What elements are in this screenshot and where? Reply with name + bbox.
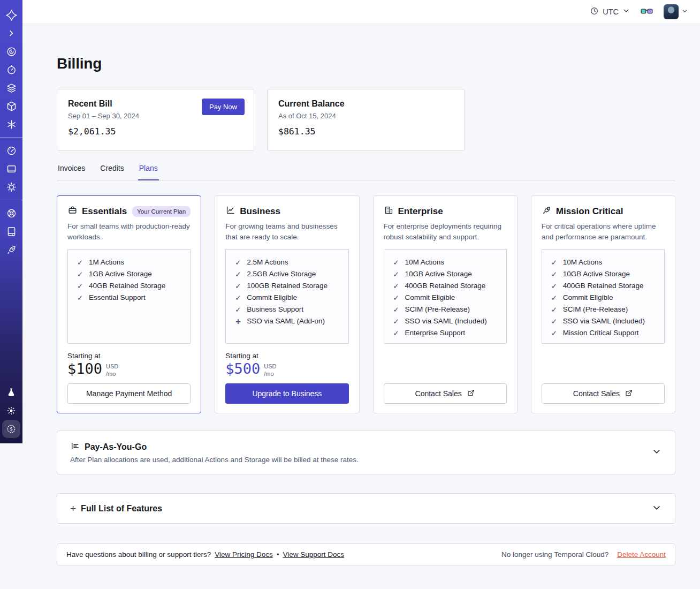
plus-icon: + xyxy=(235,315,242,327)
delete-account-link[interactable]: Delete Account xyxy=(617,550,666,558)
feature-label: Mission Critical Support xyxy=(563,327,639,339)
book-icon[interactable] xyxy=(2,222,20,240)
feature-item: ✓SCIM (Pre-Release) xyxy=(551,304,661,315)
feature-label: 10GB Active Storage xyxy=(405,268,472,280)
chevron-down-icon xyxy=(622,7,630,17)
spiral-icon[interactable] xyxy=(2,42,20,61)
feature-item: ✓10GB Active Storage xyxy=(393,268,503,280)
plan-feature-box: ✓2.5M Actions ✓2.5GB Active Storage ✓100… xyxy=(225,249,348,344)
check-icon: ✓ xyxy=(77,256,84,268)
check-icon: ✓ xyxy=(235,292,242,304)
view-support-docs-link[interactable]: View Support Docs xyxy=(283,550,344,558)
feature-label: 1GB Active Storage xyxy=(89,268,152,280)
feature-item: ✓SSO via SAML (Included) xyxy=(551,315,661,327)
check-icon: ✓ xyxy=(235,280,242,292)
feature-label: SSO via SAML (Add-on) xyxy=(247,315,325,327)
feature-label: Commit Eligible xyxy=(247,292,297,304)
footer-separator: • xyxy=(277,550,279,558)
glasses-icon xyxy=(641,7,653,17)
feature-label: Commit Eligible xyxy=(405,292,455,304)
billing-tabs: Invoices Credits Plans xyxy=(57,164,675,180)
plan-card-mission-critical: Mission Critical For critical operations… xyxy=(531,195,675,413)
lifebuoy-icon[interactable] xyxy=(2,204,20,222)
tab-plans[interactable]: Plans xyxy=(138,164,159,180)
feature-item: ✓400GB Retained Storage xyxy=(551,280,661,292)
feedback-glasses-button[interactable] xyxy=(641,7,653,17)
contact-sales-button[interactable]: Contact Sales xyxy=(542,383,665,404)
avatar xyxy=(664,4,679,19)
plan-name: Essentials xyxy=(82,206,127,217)
check-icon: ✓ xyxy=(551,304,558,315)
plan-name: Mission Critical xyxy=(556,206,623,217)
feature-item: ✓10GB Active Storage xyxy=(551,268,661,280)
sun-icon[interactable] xyxy=(2,402,20,420)
sidebar-divider xyxy=(0,200,22,200)
chevron-right-icon xyxy=(7,29,16,37)
feature-label: SCIM (Pre-Release) xyxy=(405,304,470,315)
price-currency: USD xyxy=(106,363,118,370)
contact-sales-label: Contact Sales xyxy=(573,389,620,398)
timer-icon[interactable] xyxy=(2,61,20,79)
feature-label: 10M Actions xyxy=(563,256,603,268)
gauge-icon[interactable] xyxy=(2,141,20,160)
sidebar-expand-button[interactable] xyxy=(2,24,20,42)
view-pricing-docs-link[interactable]: View Pricing Docs xyxy=(215,550,273,558)
current-balance-card: Current Balance As of Oct 15, 2024 $861.… xyxy=(267,89,465,151)
price-currency: USD xyxy=(264,363,276,370)
check-icon: ✓ xyxy=(551,327,558,339)
check-icon: ✓ xyxy=(551,280,558,292)
tab-credits[interactable]: Credits xyxy=(99,164,125,180)
temporal-star-logo-icon[interactable] xyxy=(2,6,20,24)
feature-item: ✓Commit Eligible xyxy=(393,292,503,304)
clock-icon xyxy=(590,6,599,18)
manage-payment-method-button[interactable]: Manage Payment Method xyxy=(67,383,191,404)
sidebar-item-billing[interactable]: $ xyxy=(2,420,20,438)
contact-sales-label: Contact Sales xyxy=(415,389,462,398)
billing-summary-row: Recent Bill Sep 01 – Sep 30, 2024 $2,061… xyxy=(57,89,675,151)
feature-item: ✓10M Actions xyxy=(393,256,503,268)
rocket-icon xyxy=(542,205,552,217)
sidebar-nav: $ xyxy=(0,0,22,443)
flask-icon[interactable] xyxy=(2,383,20,402)
current-plan-badge: Your Current Plan xyxy=(132,206,191,217)
plan-card-enterprise: Enterprise For enterprise deployments re… xyxy=(373,195,518,413)
check-icon: ✓ xyxy=(235,268,242,280)
feature-item: ✓Enterprise Support xyxy=(393,327,503,339)
tab-invoices[interactable]: Invoices xyxy=(57,164,86,180)
line-chart-icon xyxy=(225,205,235,217)
chevron-down-icon[interactable] xyxy=(651,502,662,515)
card-icon[interactable] xyxy=(2,160,20,178)
timezone-selector[interactable]: UTC xyxy=(590,6,630,18)
feature-label: 1M Actions xyxy=(89,256,124,268)
feature-item: ✓1GB Active Storage xyxy=(77,268,187,280)
feature-label: 2.5M Actions xyxy=(247,256,288,268)
full-features-accordion[interactable]: + Full List of Features xyxy=(57,493,675,524)
check-icon: ✓ xyxy=(393,256,400,268)
chevron-down-icon[interactable] xyxy=(651,446,662,459)
check-icon: ✓ xyxy=(551,315,558,327)
plan-description: For enterprise deployments requiring rob… xyxy=(384,221,507,242)
feature-item: ✓SCIM (Pre-Release) xyxy=(393,304,503,315)
price-period: /mo xyxy=(106,370,118,377)
plan-name: Business xyxy=(240,206,280,217)
check-icon: ✓ xyxy=(393,292,400,304)
account-menu[interactable] xyxy=(664,4,688,19)
upgrade-to-business-button[interactable]: Upgrade to Business xyxy=(225,383,348,404)
pay-now-button[interactable]: Pay Now xyxy=(202,99,245,115)
cube-icon[interactable] xyxy=(2,97,20,115)
payg-accordion[interactable]: Pay-As-You-Go After Plan allocations are… xyxy=(57,431,675,474)
starting-at-label: Starting at xyxy=(67,352,191,360)
feature-item: ✓2.5GB Active Storage xyxy=(235,268,345,280)
external-link-icon xyxy=(625,389,633,399)
contact-sales-button[interactable]: Contact Sales xyxy=(384,383,507,404)
page-title: Billing xyxy=(57,55,675,72)
chevron-down-icon xyxy=(681,7,688,17)
plan-description: For critical operations where uptime and… xyxy=(542,221,665,242)
feature-item: ✓Commit Eligible xyxy=(235,292,345,304)
feature-label: SSO via SAML (Included) xyxy=(563,315,645,327)
asterisk-icon[interactable] xyxy=(2,115,20,133)
rocket-icon[interactable] xyxy=(2,240,20,259)
layers-icon[interactable] xyxy=(2,79,20,97)
gear-icon[interactable] xyxy=(2,178,20,196)
check-icon: ✓ xyxy=(77,292,84,304)
